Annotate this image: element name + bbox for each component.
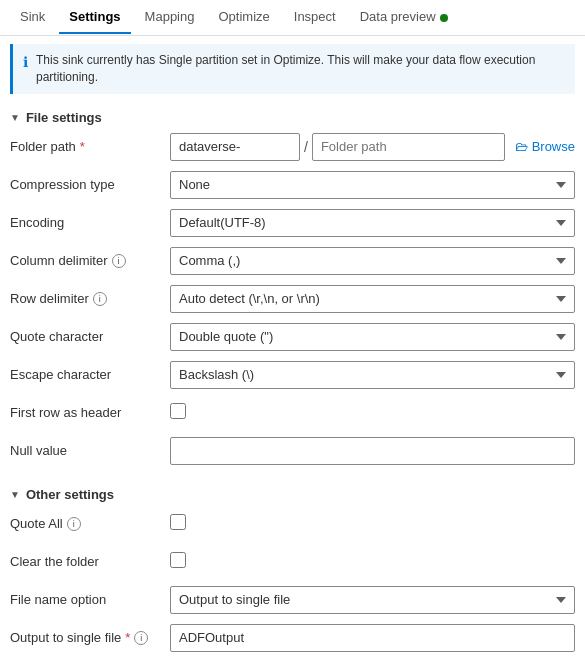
column-delimiter-label: Column delimiter i: [10, 253, 170, 268]
null-value-control: [170, 437, 575, 465]
quote-all-checkbox[interactable]: [170, 514, 186, 530]
output-required-marker: *: [125, 630, 130, 645]
tab-mapping[interactable]: Mapping: [135, 1, 205, 34]
compression-type-control: None gzip bzip2 deflate: [170, 171, 575, 199]
clear-folder-row: Clear the folder: [10, 548, 575, 576]
file-name-option-label: File name option: [10, 592, 170, 607]
column-delimiter-row: Column delimiter i Comma (,) Tab (\t) Se…: [10, 247, 575, 275]
collapse-arrow-file: ▼: [10, 112, 20, 123]
collapse-arrow-other: ▼: [10, 489, 20, 500]
output-single-file-label: Output to single file * i: [10, 630, 170, 645]
tab-settings[interactable]: Settings: [59, 1, 130, 34]
row-delimiter-info-icon[interactable]: i: [93, 292, 107, 306]
folder-path-row: Folder path * / 🗁 Browse: [10, 133, 575, 161]
tab-optimize[interactable]: Optimize: [208, 1, 279, 34]
path-separator: /: [304, 139, 308, 155]
compression-type-label: Compression type: [10, 177, 170, 192]
folder-path-left-input[interactable]: [170, 133, 300, 161]
quote-all-label: Quote All i: [10, 516, 170, 531]
first-row-header-checkbox[interactable]: [170, 403, 186, 419]
tab-sink[interactable]: Sink: [10, 1, 55, 34]
info-icon: ℹ: [23, 53, 28, 73]
null-value-row: Null value: [10, 437, 575, 465]
clear-folder-control: [170, 552, 575, 571]
column-delimiter-control: Comma (,) Tab (\t) Semicolon (;) Pipe (|…: [170, 247, 575, 275]
column-delimiter-info-icon[interactable]: i: [112, 254, 126, 268]
output-single-file-control: [170, 624, 575, 652]
folder-path-right-input[interactable]: [312, 133, 505, 161]
first-row-header-row: First row as header: [10, 399, 575, 427]
tab-data-preview[interactable]: Data preview: [350, 1, 458, 34]
file-settings-header[interactable]: ▼ File settings: [0, 102, 585, 129]
encoding-row: Encoding Default(UTF-8) UTF-8 UTF-16: [10, 209, 575, 237]
escape-character-label: Escape character: [10, 367, 170, 382]
output-single-file-info-icon[interactable]: i: [134, 631, 148, 645]
other-settings-label: Other settings: [26, 487, 114, 502]
quote-all-row: Quote All i: [10, 510, 575, 538]
file-settings-body: Folder path * / 🗁 Browse Compression typ…: [0, 129, 585, 479]
quote-character-label: Quote character: [10, 329, 170, 344]
quote-all-info-icon[interactable]: i: [67, 517, 81, 531]
file-name-option-row: File name option Output to single file D…: [10, 586, 575, 614]
required-marker: *: [80, 139, 85, 154]
clear-folder-label: Clear the folder: [10, 554, 170, 569]
escape-character-row: Escape character Backslash (\) No escape…: [10, 361, 575, 389]
status-dot: [440, 14, 448, 22]
encoding-control: Default(UTF-8) UTF-8 UTF-16: [170, 209, 575, 237]
tab-inspect[interactable]: Inspect: [284, 1, 346, 34]
quote-all-control: [170, 514, 575, 533]
other-settings-body: Quote All i Clear the folder File name o…: [0, 506, 585, 662]
escape-character-control: Backslash (\) No escape character Double…: [170, 361, 575, 389]
quote-character-row: Quote character Double quote (") Single …: [10, 323, 575, 351]
compression-type-select[interactable]: None gzip bzip2 deflate: [170, 171, 575, 199]
other-settings-header[interactable]: ▼ Other settings: [0, 479, 585, 506]
first-row-header-label: First row as header: [10, 405, 170, 420]
folder-path-label: Folder path *: [10, 139, 170, 154]
encoding-select[interactable]: Default(UTF-8) UTF-8 UTF-16: [170, 209, 575, 237]
compression-type-row: Compression type None gzip bzip2 deflate: [10, 171, 575, 199]
row-delimiter-label: Row delimiter i: [10, 291, 170, 306]
quote-character-select[interactable]: Double quote (") Single quote (') None: [170, 323, 575, 351]
folder-path-control: / 🗁 Browse: [170, 133, 575, 161]
folder-icon: 🗁: [515, 139, 528, 154]
encoding-label: Encoding: [10, 215, 170, 230]
row-delimiter-control: Auto detect (\r,\n, or \r\n) \r\n \n \r: [170, 285, 575, 313]
row-delimiter-select[interactable]: Auto detect (\r,\n, or \r\n) \r\n \n \r: [170, 285, 575, 313]
tab-bar: Sink Settings Mapping Optimize Inspect D…: [0, 0, 585, 36]
file-settings-label: File settings: [26, 110, 102, 125]
quote-character-control: Double quote (") Single quote (') None: [170, 323, 575, 351]
info-banner-text: This sink currently has Single partition…: [36, 52, 565, 86]
row-delimiter-row: Row delimiter i Auto detect (\r,\n, or \…: [10, 285, 575, 313]
escape-character-select[interactable]: Backslash (\) No escape character Double…: [170, 361, 575, 389]
null-value-input[interactable]: [170, 437, 575, 465]
output-single-file-input[interactable]: [170, 624, 575, 652]
info-banner: ℹ This sink currently has Single partiti…: [10, 44, 575, 94]
file-name-option-select[interactable]: Output to single file Default Per partit…: [170, 586, 575, 614]
column-delimiter-select[interactable]: Comma (,) Tab (\t) Semicolon (;) Pipe (|…: [170, 247, 575, 275]
output-single-file-row: Output to single file * i: [10, 624, 575, 652]
clear-folder-checkbox[interactable]: [170, 552, 186, 568]
null-value-label: Null value: [10, 443, 170, 458]
first-row-header-control: [170, 403, 575, 422]
file-name-option-control: Output to single file Default Per partit…: [170, 586, 575, 614]
browse-button[interactable]: 🗁 Browse: [515, 139, 575, 154]
